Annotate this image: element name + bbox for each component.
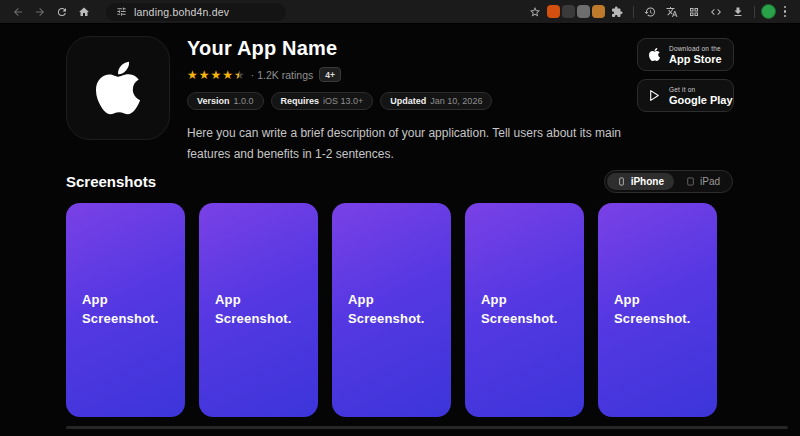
star-half-icon: ★ (234, 69, 245, 81)
google-play-button[interactable]: Get it on Google Play (637, 79, 734, 112)
url-text: landing.bohd4n.dev (134, 6, 229, 18)
app-icon (66, 36, 170, 140)
screenshot-card[interactable]: AppScreenshot. (598, 203, 717, 417)
back-icon[interactable] (8, 2, 28, 22)
tab-grid-icon[interactable] (684, 2, 704, 22)
toolbar-separator-2 (754, 6, 755, 18)
apple-logo-icon (93, 58, 143, 118)
extension-2-icon[interactable] (562, 5, 575, 18)
extensions-puzzle-icon[interactable] (607, 2, 627, 22)
store-buttons: Download on the App Store Get it on Goog… (637, 36, 734, 165)
browser-toolbar: landing.bohd4n.dev (0, 0, 800, 24)
forward-icon[interactable] (30, 2, 50, 22)
extension-1-icon[interactable] (547, 5, 560, 18)
dev-code-icon[interactable] (706, 2, 726, 22)
downloads-icon[interactable] (728, 2, 748, 22)
requires-badge: Requires iOS 13.0+ (271, 92, 374, 110)
device-toggle: iPhone iPad (604, 170, 733, 193)
star-icon: ★ (222, 69, 233, 81)
horizontal-scrollbar[interactable] (66, 426, 788, 429)
star-icon: ★ (211, 69, 222, 81)
rating-row: ★★★★★ · 1.2K ratings 4+ (187, 67, 637, 82)
screenshots-header: Screenshots iPhone iPad (66, 170, 733, 193)
reload-icon[interactable] (52, 2, 72, 22)
app-title: Your App Name (187, 37, 637, 60)
app-info: Your App Name ★★★★★ · 1.2K ratings 4+ Ve… (187, 36, 637, 165)
version-badge: Version 1.0.0 (187, 92, 264, 110)
play-logo-icon (648, 88, 661, 103)
screenshots-title: Screenshots (66, 173, 156, 190)
extension-3-icon[interactable] (577, 5, 590, 18)
bookmark-star-icon[interactable] (525, 2, 545, 22)
history-icon[interactable] (640, 2, 660, 22)
home-icon[interactable] (74, 2, 94, 22)
app-header: Your App Name ★★★★★ · 1.2K ratings 4+ Ve… (66, 36, 734, 165)
toolbar-separator (633, 6, 634, 18)
menu-kebab-icon[interactable] (778, 6, 792, 18)
phone-icon (617, 176, 626, 187)
apple-logo-icon (648, 47, 661, 62)
translate-icon[interactable] (662, 2, 682, 22)
screenshot-card[interactable]: AppScreenshot. (66, 203, 185, 417)
profile-avatar[interactable] (761, 4, 776, 19)
toggle-ipad[interactable]: iPad (676, 173, 730, 190)
site-settings-icon[interactable] (116, 6, 127, 17)
screenshots-row: AppScreenshot. AppScreenshot. AppScreens… (66, 203, 717, 417)
updated-badge: Updated Jan 10, 2026 (380, 92, 492, 110)
star-icon: ★ (199, 69, 210, 81)
star-icon: ★ (187, 69, 198, 81)
screenshot-card[interactable]: AppScreenshot. (332, 203, 451, 417)
screenshot-card[interactable]: AppScreenshot. (199, 203, 318, 417)
app-store-button[interactable]: Download on the App Store (637, 38, 734, 71)
extension-4-icon[interactable] (592, 5, 605, 18)
app-description: Here you can write a brief description o… (187, 123, 637, 165)
meta-badges: Version 1.0.0 Requires iOS 13.0+ Updated… (187, 92, 637, 110)
age-rating-badge: 4+ (319, 67, 341, 82)
screenshot-card[interactable]: AppScreenshot. (465, 203, 584, 417)
address-bar[interactable]: landing.bohd4n.dev (106, 3, 286, 21)
toggle-iphone[interactable]: iPhone (607, 173, 674, 190)
rating-count: · 1.2K ratings (251, 69, 313, 81)
app-landing-page: Your App Name ★★★★★ · 1.2K ratings 4+ Ve… (0, 24, 800, 436)
star-rating: ★★★★★ (187, 69, 245, 81)
tablet-icon (686, 176, 695, 187)
